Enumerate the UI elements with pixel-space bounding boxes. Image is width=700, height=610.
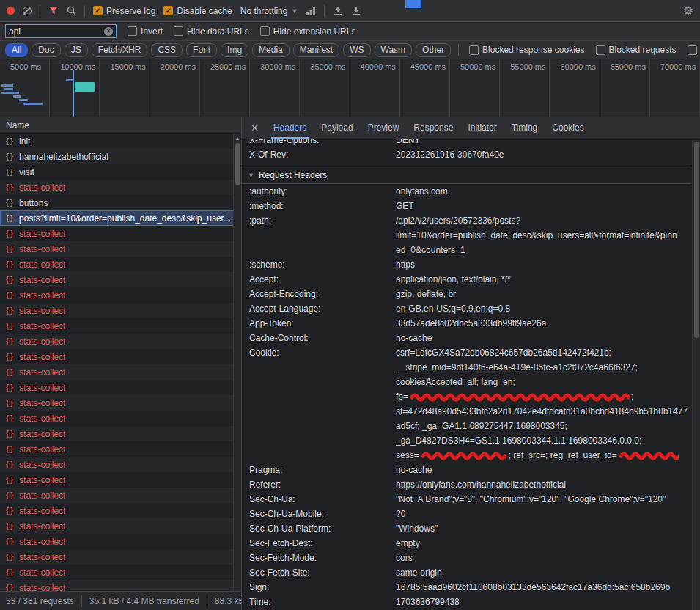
general-headers: X-Of-Rev:202312261916-30670fa40e (242, 147, 691, 162)
scrollbar-thumb[interactable] (694, 142, 699, 338)
clear-filter-icon[interactable]: ✕ (104, 27, 113, 36)
request-row[interactable]: {}hannahelizabethofficial (0, 149, 241, 164)
throttling-select[interactable]: No throttling ▼ (240, 6, 298, 16)
settings-gear-icon[interactable]: ⚙ (683, 5, 693, 17)
type-filter-chip-wasm[interactable]: Wasm (375, 43, 413, 57)
hide-data-urls-checkbox[interactable]: Hide data URLs (174, 26, 249, 37)
header-value: no-cache (396, 463, 691, 477)
tab-headers[interactable]: Headers (266, 117, 314, 139)
type-filter-chip-fetchxhr[interactable]: Fetch/XHR (92, 43, 148, 57)
request-row[interactable]: {}stats-collect (0, 395, 241, 411)
invert-checkbox[interactable]: Invert (128, 26, 163, 37)
request-row[interactable]: {}stats-collect (0, 180, 241, 195)
close-icon[interactable]: ✕ (251, 122, 259, 133)
request-row[interactable]: {}stats-collect (0, 318, 241, 334)
filter-option-blocked-response-cookies[interactable]: Blocked response cookies (469, 45, 584, 55)
request-row[interactable]: {}stats-collect (0, 426, 241, 441)
request-row[interactable]: {}stats-collect (0, 549, 241, 565)
request-row[interactable]: {}stats-collect (0, 349, 241, 364)
request-headers-section[interactable]: ▼ Request Headers (242, 166, 691, 184)
tab-timing[interactable]: Timing (504, 117, 545, 139)
type-filter-chip-ws[interactable]: WS (343, 43, 370, 57)
request-row[interactable]: {}init (0, 133, 241, 149)
checkbox-unchecked-icon[interactable] (260, 26, 270, 36)
checkbox-checked-icon[interactable] (163, 6, 173, 15)
checkbox-checked-icon[interactable] (93, 6, 103, 15)
request-type-icon: {} (5, 445, 14, 453)
request-type-icon: {} (5, 584, 14, 591)
request-row[interactable]: {}stats-collect (0, 472, 241, 488)
header-value: empty (396, 536, 691, 551)
request-row[interactable]: {}buttons (0, 195, 241, 210)
request-list-scrollbar[interactable]: ▲ (233, 133, 241, 591)
checkbox-unchecked-icon[interactable] (174, 26, 183, 36)
preserve-log-checkbox[interactable]: Preserve log (93, 6, 155, 16)
request-row[interactable]: {}stats-collect (0, 257, 241, 272)
blue-highlight-artifact (405, 0, 421, 8)
disable-cache-checkbox[interactable]: Disable cache (163, 6, 232, 16)
type-filter-chip-other[interactable]: Other (416, 43, 451, 57)
request-row[interactable]: {}stats-collect (0, 287, 241, 303)
request-row[interactable]: {}stats-collect (0, 364, 241, 380)
request-type-icon: {} (5, 353, 14, 361)
checkbox-unchecked-icon[interactable] (596, 45, 605, 55)
type-filter-chip-css[interactable]: CSS (151, 43, 183, 57)
scroll-up-arrow-icon[interactable]: ▲ (234, 133, 241, 141)
request-row[interactable]: {}stats-collect (0, 488, 241, 503)
type-filter-chip-media[interactable]: Media (252, 43, 290, 57)
tab-cookies[interactable]: Cookies (545, 117, 591, 139)
type-filter-chip-manifest[interactable]: Manifest (293, 43, 339, 57)
checkbox-unchecked-icon[interactable] (469, 45, 479, 55)
clear-network-log-button[interactable] (23, 7, 32, 15)
hide-extension-urls-checkbox[interactable]: Hide extension URLs (260, 26, 356, 37)
details-tabs: HeadersPayloadPreviewResponseInitiatorTi… (266, 117, 592, 139)
checkbox-unchecked-icon[interactable] (128, 26, 137, 36)
overview-tick-label: 55000 ms (500, 59, 550, 117)
header-name: Cache-Control: (242, 331, 396, 345)
type-filter-chip-doc[interactable]: Doc (32, 43, 60, 57)
resources-size: 88.3 kB (215, 596, 241, 606)
request-row[interactable]: {}stats-collect (0, 411, 241, 426)
request-row[interactable]: {}posts?limit=10&order=publish_date_desc… (0, 210, 241, 226)
request-row[interactable]: {}stats-collect (0, 380, 241, 395)
disable-cache-label: Disable cache (177, 6, 232, 16)
filter-input[interactable] (9, 26, 101, 37)
request-row[interactable]: {}stats-collect (0, 503, 241, 518)
network-conditions-icon[interactable] (306, 7, 316, 15)
filter-icon[interactable] (48, 6, 59, 15)
request-row[interactable]: {}stats-collect (0, 580, 241, 591)
request-row[interactable]: {}stats-collect (0, 303, 241, 318)
waterfall-bar (1, 84, 13, 87)
type-filter-chip-js[interactable]: JS (65, 43, 88, 57)
request-row[interactable]: {}stats-collect (0, 565, 241, 580)
request-row[interactable]: {}stats-collect (0, 441, 241, 457)
tab-preview[interactable]: Preview (361, 117, 407, 139)
request-row[interactable]: {}stats-collect (0, 272, 241, 287)
filter-option-3rd-party-requests[interactable]: 3rd-party requests (688, 45, 700, 55)
type-filter-chip-font[interactable]: Font (186, 43, 217, 57)
tab-initiator[interactable]: Initiator (460, 117, 504, 139)
request-row[interactable]: {}stats-collect (0, 241, 241, 257)
scrollbar-thumb[interactable] (235, 143, 240, 185)
tab-payload[interactable]: Payload (314, 117, 360, 139)
tab-response[interactable]: Response (406, 117, 460, 139)
request-row[interactable]: {}visit (0, 164, 241, 180)
header-name: Time: (242, 595, 396, 609)
export-har-icon[interactable] (351, 6, 361, 16)
request-row[interactable]: {}stats-collect (0, 226, 241, 241)
details-scrollbar[interactable] (692, 140, 700, 610)
type-filter-chip-img[interactable]: Img (221, 43, 248, 57)
type-filter-chip-all[interactable]: All (5, 43, 28, 57)
timeline-overview[interactable]: 5000 ms10000 ms15000 ms20000 ms25000 ms3… (0, 59, 700, 117)
search-icon[interactable] (67, 6, 76, 15)
import-har-icon[interactable] (333, 6, 343, 16)
request-row[interactable]: {}stats-collect (0, 534, 241, 549)
request-row[interactable]: {}stats-collect (0, 457, 241, 472)
request-row[interactable]: {}stats-collect (0, 334, 241, 349)
name-column-header[interactable]: Name (0, 117, 241, 133)
record-network-log-button[interactable] (7, 7, 15, 15)
filter-option-blocked-requests[interactable]: Blocked requests (596, 45, 677, 55)
request-row[interactable]: {}stats-collect (0, 518, 241, 534)
filter-input-box[interactable]: ✕ (5, 24, 117, 38)
checkbox-unchecked-icon[interactable] (688, 45, 697, 55)
